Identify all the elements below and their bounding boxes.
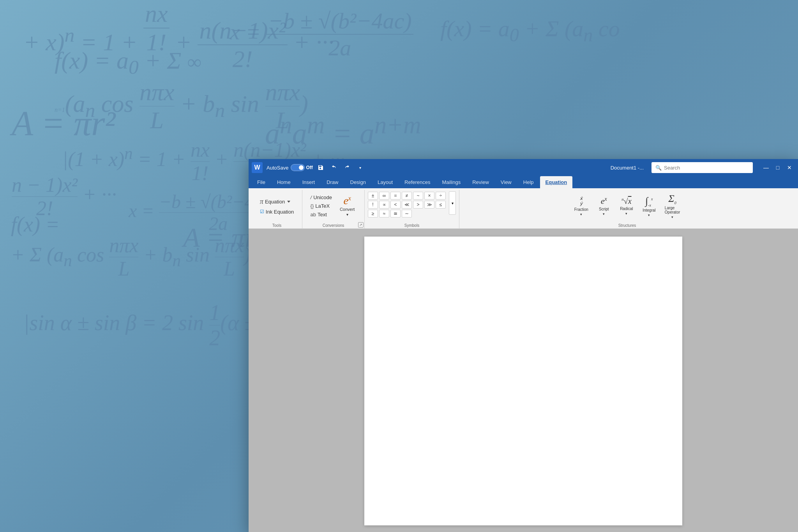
radical-icon: n√x — [621, 197, 631, 206]
customize-quick-access-button[interactable]: ▾ — [355, 162, 366, 173]
tools-label: Tools — [252, 223, 302, 228]
toggle-knob — [299, 165, 304, 170]
ink-equation-button[interactable]: ☑ Ink Equation — [257, 208, 297, 216]
radical-button[interactable]: n√x Radical ▾ — [616, 191, 637, 221]
convert-dropdown-arrow: ▾ — [346, 212, 348, 217]
tab-layout[interactable]: Layout — [372, 176, 398, 188]
symbol-le[interactable]: ≤ — [436, 201, 446, 209]
toggle-track[interactable] — [291, 164, 305, 171]
math-formula-3: f(x) = a0 + Σ (an co — [440, 16, 620, 46]
symbols-grid: ± ∞ = ≠ ~ × ÷ ! ∝ < ≪ > ≫ — [368, 191, 447, 218]
convert-ex-icon: ex — [343, 195, 351, 206]
minimize-button[interactable]: — — [761, 162, 772, 173]
symbol-div[interactable]: ÷ — [436, 192, 446, 200]
redo-button[interactable] — [342, 162, 353, 173]
unicode-label: Unicode — [313, 194, 332, 200]
symbol-gt[interactable]: > — [413, 201, 423, 209]
conversions-group-content: / Unicode {} LaTeX ab Text — [308, 191, 359, 227]
tab-insert[interactable]: Insert — [297, 176, 321, 188]
math-formula-5: A = πr² — [12, 103, 115, 143]
integral-button[interactable]: ∫-xx Integral ▾ — [639, 191, 659, 221]
symbol-pm[interactable]: ± — [368, 192, 378, 200]
tab-equation[interactable]: Equation — [540, 176, 573, 188]
fraction-label: Fraction — [574, 207, 588, 212]
search-input[interactable] — [664, 165, 749, 171]
symbol-cong[interactable]: ≅ — [390, 210, 401, 217]
autosave-label: AutoSave — [267, 165, 288, 171]
text-button[interactable]: ab Text — [308, 211, 329, 218]
fraction-dropdown: ▾ — [580, 212, 582, 216]
pi-icon: π — [260, 198, 263, 206]
ribbon-group-structures: ẋ ẏ Fraction ▾ ex Script ▾ — [459, 190, 795, 228]
integral-dropdown: ▾ — [648, 213, 650, 217]
symbol-llc[interactable]: ≪ — [402, 201, 412, 209]
script-icon: ex — [601, 196, 607, 206]
latex-button[interactable]: {} LaTeX — [308, 202, 332, 210]
symbol-approx[interactable]: ≈ — [379, 210, 389, 217]
tab-help[interactable]: Help — [518, 176, 539, 188]
large-operator-label: LargeOperator — [665, 206, 680, 214]
equation-button[interactable]: π Equation — [257, 196, 297, 207]
tab-draw[interactable]: Draw — [321, 176, 344, 188]
symbol-excl[interactable]: ! — [368, 201, 378, 209]
toggle-off-label: Off — [306, 165, 312, 170]
ribbon-group-tools: π Equation ☑ Ink Equation Tools — [252, 190, 302, 228]
tab-file[interactable]: File — [252, 176, 271, 188]
tab-home[interactable]: Home — [272, 176, 296, 188]
fraction-button[interactable]: ẋ ẏ Fraction ▾ — [571, 191, 591, 221]
document-page[interactable] — [364, 237, 682, 525]
search-bar[interactable]: 🔍 — [651, 162, 753, 173]
structures-content: ẋ ẏ Fraction ▾ ex Script ▾ — [571, 191, 683, 227]
integral-icon: ∫-xx — [645, 195, 653, 207]
tab-mailings[interactable]: Mailings — [437, 176, 466, 188]
equation-dropdown-icon — [287, 201, 290, 203]
large-operator-button[interactable]: Σ0 LargeOperator ▾ — [662, 191, 683, 221]
symbol-tilde[interactable]: ~ — [413, 192, 423, 200]
ribbon-content: π Equation ☑ Ink Equation Tools — [249, 188, 798, 228]
ink-equation-checkbox-icon: ☑ — [260, 209, 264, 214]
tools-group-content: π Equation ☑ Ink Equation — [257, 191, 297, 227]
equation-label: Equation — [265, 199, 285, 205]
undo-button[interactable] — [328, 162, 339, 173]
symbol-lt[interactable]: < — [390, 201, 401, 209]
symbol-times[interactable]: × — [424, 192, 434, 200]
script-dropdown: ▾ — [603, 212, 605, 216]
fraction-icon: ẋ ẏ — [580, 196, 583, 207]
symbol-gg[interactable]: ≫ — [424, 201, 434, 209]
symbol-prop[interactable]: ∝ — [379, 201, 389, 209]
title-bar-left: W AutoSave Off — [252, 162, 603, 173]
symbol-eq[interactable]: = — [390, 192, 401, 200]
symbols-expand-button[interactable]: ▾ — [449, 191, 456, 215]
tab-view[interactable]: View — [495, 176, 517, 188]
large-operator-dropdown: ▾ — [671, 215, 673, 219]
maximize-button[interactable]: □ — [772, 162, 783, 173]
ribbon-tabs: File Home Insert Draw Design Layout Refe… — [249, 176, 798, 188]
close-button[interactable]: ✕ — [784, 162, 795, 173]
latex-icon: {} — [311, 203, 314, 209]
ribbon-group-conversions: / Unicode {} LaTeX ab Text — [302, 190, 365, 228]
tab-review[interactable]: Review — [467, 176, 494, 188]
text-icon: ab — [311, 212, 316, 217]
script-button[interactable]: ex Script ▾ — [594, 191, 614, 221]
symbols-group-content: ± ∞ = ≠ ~ × ÷ ! ∝ < ≪ > ≫ — [368, 191, 456, 227]
symbol-inf[interactable]: ∞ — [379, 192, 389, 200]
document-title: Document1 -... — [611, 165, 644, 171]
conversions-label: Conversions — [302, 223, 364, 228]
tab-design[interactable]: Design — [345, 176, 371, 188]
unicode-button[interactable]: / Unicode — [308, 194, 334, 201]
app-icon: W — [252, 162, 263, 173]
symbol-neq[interactable]: ≠ — [402, 192, 412, 200]
save-button[interactable] — [315, 162, 326, 173]
convert-label: Convert — [340, 207, 355, 212]
symbol-ge[interactable]: ≥ — [368, 210, 378, 217]
script-label: Script — [599, 207, 609, 211]
symbol-sim[interactable]: ∼ — [402, 210, 412, 217]
autosave-toggle[interactable]: Off — [291, 164, 312, 171]
latex-label: LaTeX — [315, 203, 330, 209]
tab-references[interactable]: References — [399, 176, 436, 188]
structures-label: Structures — [459, 223, 795, 228]
document-area[interactable] — [249, 229, 798, 532]
convert-button[interactable]: ex Convert ▾ — [336, 194, 359, 218]
math-formula-11: f(x) = — [11, 212, 60, 237]
integral-label: Integral — [643, 208, 655, 212]
